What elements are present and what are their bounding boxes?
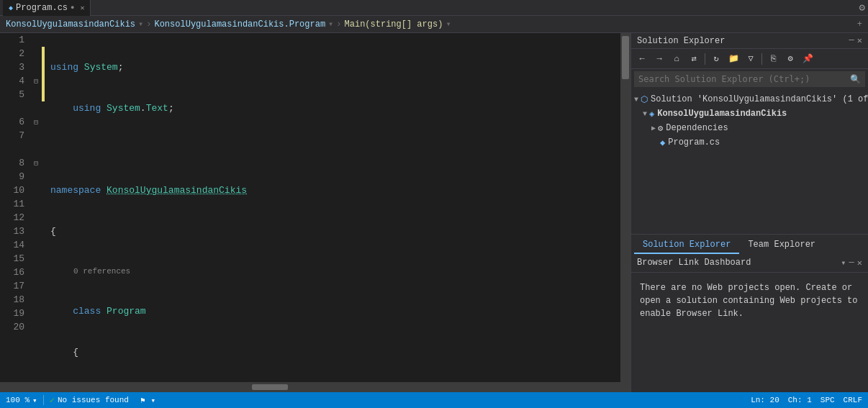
tree-item-dependencies[interactable]: ▶ ⚙ Dependencies [631, 121, 868, 135]
collapse-method[interactable]: ⊟ [30, 156, 42, 170]
cs-label: Program.cs [668, 137, 720, 148]
line-num-4: 4 [9, 74, 24, 88]
nav-dropdown-2[interactable]: ▾ [328, 19, 333, 30]
panel-title-actions: ─ ✕ [849, 35, 862, 46]
title-bar: ◆ Program.cs ● ✕ ⚙ [0, 0, 868, 16]
check-circle-icon: ✓ [50, 395, 55, 406]
nav-add-button[interactable]: + [857, 19, 862, 30]
nav-sep-2: › [336, 19, 341, 30]
toolbar-pin-button[interactable]: 📌 [800, 52, 815, 66]
toolbar-files-button[interactable]: 📁 [725, 52, 741, 66]
code-line-3 [50, 142, 620, 156]
settings-icon[interactable]: ⚙ [859, 1, 865, 14]
browser-link-close[interactable]: ✕ [857, 258, 862, 268]
solution-explorer-title-bar: Solution Explorer ─ ✕ [631, 33, 868, 49]
browser-link-dropdown[interactable]: ▾ [841, 258, 846, 268]
solution-explorer-title: Solution Explorer [637, 36, 725, 46]
toolbar-refresh-button[interactable]: ↻ [708, 52, 724, 66]
tree-item-programcs[interactable]: ◆ Program.cs [631, 135, 868, 150]
code-line-6: class Program [50, 304, 620, 318]
tab-solution-explorer[interactable]: Solution Explorer [634, 237, 739, 254]
line-num-7: 7 [9, 129, 24, 142]
code-line-2: using System.Text; [50, 101, 620, 115]
nav-item-3[interactable]: Main(string[] args) [345, 19, 443, 30]
toolbar-sep-1 [705, 53, 705, 65]
search-container: 🔍 [631, 69, 868, 89]
cs-icon: ◆ [660, 137, 665, 148]
editor-tab[interactable]: ◆ Program.cs ● ✕ [3, 0, 91, 16]
project-arrow: ▼ [643, 110, 647, 118]
toolbar-sync-button[interactable]: ⇄ [686, 52, 702, 66]
line-num-20: 20 [9, 320, 24, 334]
solution-explorer-toolbar: ← → ⌂ ⇄ ↻ 📁 ▽ ⎘ ⚙ 📌 [631, 49, 868, 69]
line-num-12: 12 [9, 211, 24, 225]
tab-label: Program.cs [16, 3, 68, 13]
solution-icon: ⬡ [641, 94, 648, 105]
tab-close-button[interactable]: ✕ [80, 4, 84, 12]
line-num-3: 3 [9, 60, 24, 74]
tree-item-project[interactable]: ▼ ◈ KonsolUygulamasindanCikis [631, 106, 868, 121]
browser-link-panel: Browser Link Dashboard ▾ ─ ✕ There are n… [631, 254, 868, 393]
crlf-indicator[interactable]: CRLF [844, 396, 862, 404]
tab-team-explorer[interactable]: Team Explorer [739, 237, 824, 254]
gutter-ref1 [30, 101, 42, 115]
nav-dropdown-3[interactable]: ▾ [446, 19, 451, 30]
toolbar-back-button[interactable]: ← [634, 52, 650, 66]
line-num-6 [9, 101, 24, 115]
code-line-1: using System; [50, 60, 620, 74]
line-num-17: 17 [9, 279, 24, 293]
line-num-5: 5 [9, 88, 24, 101]
collapse-namespace[interactable]: ⊟ [30, 74, 42, 88]
line-num-13: 13 [9, 225, 24, 238]
search-bar[interactable]: 🔍 [634, 71, 865, 87]
line-num-10: 10 [9, 183, 24, 197]
gutter-3 [30, 60, 42, 74]
toolbar-sep-2 [761, 53, 762, 65]
editor-container: 1 2 3 4 5 6 7 8 9 10 11 12 13 14 15 16 1… [0, 33, 630, 392]
nav-item-1-label: KonsolUygulamasindanCikis [6, 19, 135, 30]
h-scrollbar-thumb[interactable] [252, 384, 288, 390]
bottom-tabs: Solution Explorer Team Explorer [631, 234, 868, 254]
line-number-status: Ln: 20 [751, 396, 779, 404]
toolbar-forward-button[interactable]: → [651, 52, 667, 66]
solution-tree: ▼ ⬡ Solution 'KonsolUygulamasindanCikis'… [631, 89, 868, 234]
panel-auto-hide-button[interactable]: ─ [849, 35, 854, 46]
browser-link-title-label: Browser Link Dashboard [637, 258, 751, 268]
browser-link-pin[interactable]: ─ [849, 258, 854, 268]
line-num-9: 9 [9, 170, 24, 183]
search-input[interactable] [638, 74, 850, 84]
toolbar-filter-button[interactable]: ▽ [743, 52, 759, 66]
collapse-class[interactable]: ⊟ [30, 115, 42, 129]
no-issues-indicator[interactable]: ✓ No issues found [50, 395, 129, 406]
nav-bar: KonsolUygulamasindanCikis ▾ › KonsolUygu… [0, 16, 868, 33]
nav-dropdown-1[interactable]: ▾ [138, 19, 143, 30]
zoom-value: 100 % [6, 396, 30, 404]
line-num-7b [9, 142, 24, 156]
gutter-ref2 [30, 142, 42, 156]
toolbar-home-button[interactable]: ⌂ [669, 52, 684, 66]
scrollbar-thumb[interactable] [622, 36, 629, 79]
panel-close-button[interactable]: ✕ [857, 35, 862, 46]
main-content: 1 2 3 4 5 6 7 8 9 10 11 12 13 14 15 16 1… [0, 33, 868, 392]
zoom-dropdown-icon: ▾ [32, 396, 37, 405]
project-icon: ◈ [649, 109, 654, 119]
editor-scrollbar[interactable] [620, 33, 630, 382]
gutter-5 [30, 88, 42, 101]
project-label: KonsolUygulamasindanCikis [657, 109, 787, 119]
zoom-indicator[interactable]: 100 % ▾ [6, 396, 37, 405]
code-editor[interactable]: using System; using System.Text; namespa… [45, 33, 620, 382]
horizontal-scrollbar[interactable] [0, 382, 630, 392]
line-num-11: 11 [9, 197, 24, 211]
code-line-4: namespace KonsolUygulamasindanCikis [50, 183, 620, 197]
line-num-1: 1 [9, 33, 24, 47]
tree-item-solution[interactable]: ▼ ⬡ Solution 'KonsolUygulamasindanCikis'… [631, 92, 868, 106]
status-check-dropdown[interactable]: ▾ [151, 396, 156, 405]
dep-arrow: ▶ [651, 124, 656, 132]
toolbar-settings-button[interactable]: ⚙ [782, 52, 798, 66]
nav-item-3-label: Main(string[] args) [345, 19, 443, 30]
status-warning-icon[interactable]: ⚑ [140, 396, 145, 405]
nav-item-2[interactable]: KonsolUygulamasindanCikis.Program [154, 19, 325, 30]
nav-item-1[interactable]: KonsolUygulamasindanCikis [6, 19, 135, 30]
toolbar-preview-button[interactable]: ⎘ [765, 52, 781, 66]
browser-link-content: There are no Web projects open. Create o… [631, 273, 868, 329]
